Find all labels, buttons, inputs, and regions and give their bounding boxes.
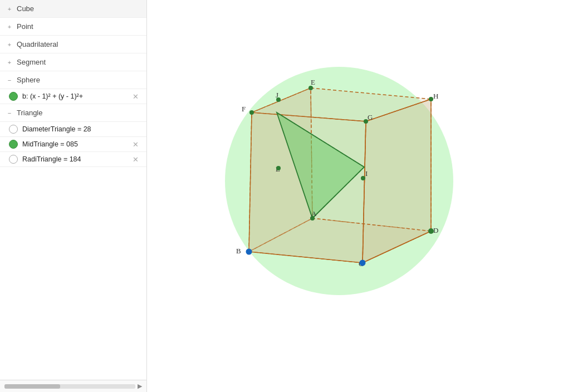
label-H: H [433, 92, 438, 100]
point-toggle-icon: + [6, 23, 13, 30]
label-F: F [242, 105, 246, 113]
sphere-equation-close[interactable]: ✕ [131, 92, 140, 101]
vertex-L [276, 166, 281, 170]
label-I: I [365, 169, 368, 178]
mid-triangle-close[interactable]: ✕ [131, 140, 140, 149]
sphere-group-label: Sphere [17, 76, 40, 84]
sidebar-group-cube[interactable]: + Cube [0, 0, 146, 18]
cube-toggle-icon: + [6, 6, 13, 12]
vertex-E [308, 86, 313, 90]
quadrilateral-group-label: Quadrilateral [17, 40, 58, 48]
sidebar-group-quadrilateral[interactable]: + Quadrilateral [0, 36, 146, 53]
radi-triangle-close[interactable]: ✕ [131, 155, 140, 164]
sphere-visibility-dot[interactable] [9, 92, 18, 101]
vertex-I [361, 176, 365, 180]
vertex-H [429, 97, 433, 101]
sidebar-scrollbar-track[interactable] [4, 384, 135, 389]
label-D: D [433, 226, 438, 234]
sidebar-group-triangle[interactable]: − Triangle [0, 104, 146, 122]
label-B: B [236, 247, 241, 255]
segment-toggle-icon: + [6, 59, 13, 66]
sidebar-scrollbar-thumb[interactable] [4, 384, 60, 389]
diameter-triangle-text: DiameterTriangle = 28 [22, 125, 140, 133]
vertex-A [310, 216, 315, 220]
sidebar-scrollbar-area: ▶ [0, 380, 146, 392]
diameter-triangle-visibility-dot[interactable] [9, 125, 18, 134]
mid-triangle-item: MidTriangle = 085 ✕ [0, 137, 146, 152]
label-G: G [368, 113, 373, 121]
cube-group-label: Cube [17, 4, 34, 13]
radi-triangle-text: RadiTriangle = 184 [22, 155, 127, 163]
point-group-label: Point [17, 22, 33, 31]
quadrilateral-toggle-icon: + [6, 41, 13, 48]
sidebar-group-segment[interactable]: + Segment [0, 53, 146, 71]
radi-triangle-visibility-dot[interactable] [9, 155, 18, 164]
sphere-toggle-icon: − [6, 77, 13, 84]
canvas-area: E H G F J L I A B C D [147, 0, 573, 392]
vertex-B [246, 249, 252, 255]
radi-triangle-item: RadiTriangle = 184 ✕ [0, 152, 146, 167]
sphere-equation-item: b: (x - 1)² + (y - 1)²+ ✕ [0, 89, 146, 104]
sphere-equation-text: b: (x - 1)² + (y - 1)²+ [22, 92, 127, 100]
sidebar: + Cube + Point + Quadrilateral + Segment… [0, 0, 147, 392]
segment-group-label: Segment [17, 58, 46, 66]
mid-triangle-text: MidTriangle = 085 [22, 140, 127, 148]
vertex-G [364, 119, 368, 124]
mid-triangle-visibility-dot[interactable] [9, 140, 18, 149]
label-E: E [311, 78, 315, 86]
scrollbar-right-arrow-icon[interactable]: ▶ [138, 383, 142, 390]
sidebar-group-sphere[interactable]: − Sphere [0, 71, 146, 89]
vertex-F [249, 110, 254, 115]
vertex-C [360, 260, 366, 266]
geometry-canvas[interactable]: E H G F J L I A B C D [147, 0, 573, 392]
sidebar-group-point[interactable]: + Point [0, 18, 146, 36]
vertex-J [276, 97, 281, 102]
triangle-toggle-icon: − [6, 110, 13, 116]
diameter-triangle-item: DiameterTriangle = 28 [0, 122, 146, 137]
vertex-D [428, 228, 434, 234]
triangle-group-label: Triangle [17, 109, 42, 117]
